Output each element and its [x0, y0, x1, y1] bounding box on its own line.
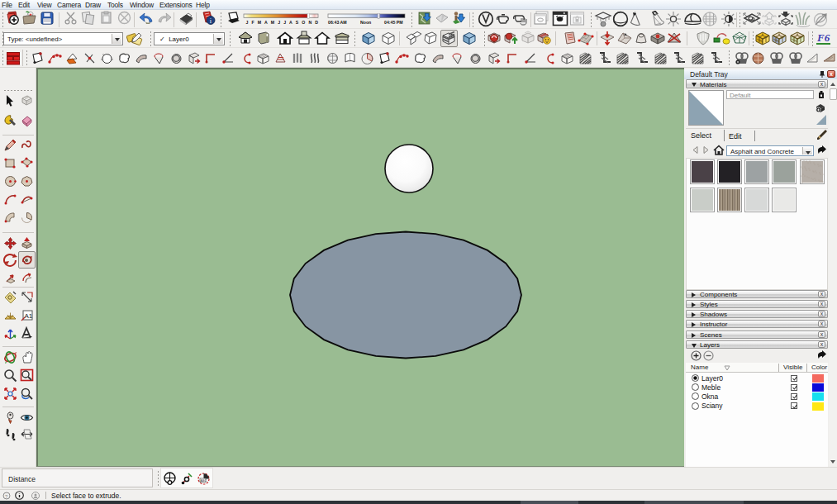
svg-text:06:43 AM: 06:43 AM [328, 20, 347, 25]
svg-text:Noon: Noon [360, 20, 371, 25]
svg-text:04:45 PM: 04:45 PM [384, 20, 403, 25]
svg-text:ABC: ABC [201, 479, 207, 483]
svg-text:JFMAMJJASOND: JFMAMJJASOND [246, 20, 320, 25]
svg-text:A1: A1 [25, 312, 33, 320]
svg-text:?: ? [5, 494, 8, 499]
